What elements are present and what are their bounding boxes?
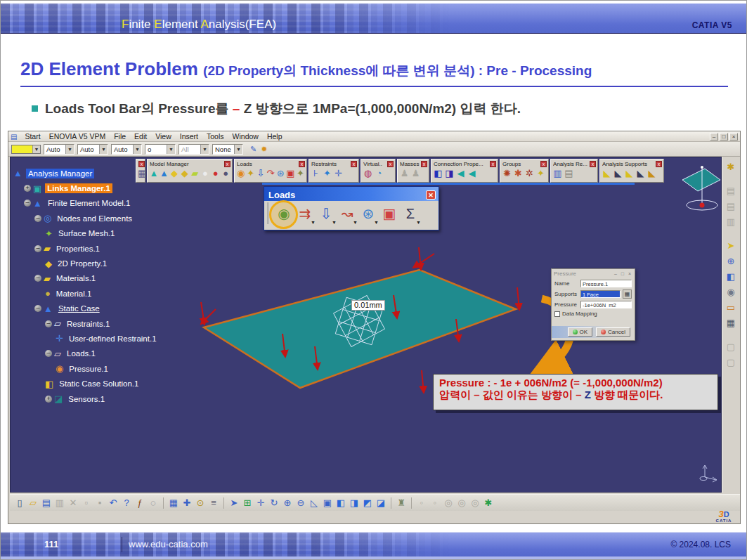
sphere-icon[interactable]: ● (200, 168, 210, 178)
virtual-spring-icon[interactable]: ◔ (374, 168, 384, 178)
bearing-load-icon[interactable]: ⊛▼ (359, 204, 377, 224)
tree-item-static-case[interactable]: –▲Static Case (13, 301, 159, 316)
tree-label[interactable]: 2D Property.1 (56, 259, 109, 268)
save-icon[interactable]: ▤ (41, 497, 52, 509)
bearing-load-icon[interactable]: ⊛ (276, 168, 285, 178)
cut-icon[interactable]: ✕ (67, 497, 79, 509)
tree-label[interactable]: Sensors.1 (66, 394, 107, 404)
footer-url[interactable]: www.edu-catia.com (129, 539, 208, 549)
mesh-quality-icon[interactable]: ✱ (483, 497, 494, 509)
options-dropdown-none-5[interactable]: None▼ (212, 144, 243, 155)
collapse-icon[interactable]: – (34, 305, 41, 312)
name-field[interactable]: Pressure.1 (580, 280, 632, 287)
node-link-icon[interactable]: ✚ (181, 497, 193, 509)
tree-label[interactable]: Nodes and Elements (55, 214, 134, 223)
toolbar-close-icon[interactable]: x (656, 161, 662, 167)
support4-icon[interactable]: ◣ (635, 168, 646, 178)
force-density-icon[interactable]: ▣ (380, 204, 398, 224)
expand-icon[interactable]: + (45, 396, 52, 403)
menu-enovia-v5-vpm[interactable]: ENOVIA V5 VPM (45, 132, 110, 141)
shading-icon[interactable]: ◨ (349, 497, 360, 509)
tree-label[interactable]: Material.1 (54, 289, 94, 299)
rotate-icon[interactable]: ↻ (268, 497, 280, 509)
open-folder-icon[interactable]: ▱ (27, 497, 39, 509)
layer-property-icon[interactable]: ▰ (190, 168, 200, 178)
traffic-light-icon[interactable]: ● (211, 168, 221, 178)
tree-label[interactable]: Pressure.1 (67, 364, 110, 374)
distributed-force-icon[interactable]: ✦ (246, 168, 255, 178)
tree-item-links-manager-1[interactable]: +▣Links Manager.1 (13, 181, 159, 195)
fastened-connection-icon[interactable]: ◀ (455, 168, 466, 178)
force-density-icon[interactable]: ▣ (286, 168, 295, 178)
menu-start[interactable]: Start (20, 132, 44, 141)
tree-item-loads-1[interactable]: –▱Loads.1 (13, 346, 159, 361)
supports-field[interactable]: 1 Face (580, 290, 621, 298)
fit-all-icon[interactable]: ⊞ (242, 497, 253, 509)
toolbar-close-icon[interactable]: x (299, 161, 305, 167)
dropdown-caret-icon[interactable]: ▼ (311, 221, 316, 225)
toolbar-close-icon[interactable]: x (351, 161, 357, 167)
body-group-icon[interactable]: ✦ (535, 168, 546, 178)
data-mapping-checkbox[interactable] (554, 311, 560, 317)
zoom-in-icon[interactable]: ⊕ (282, 497, 293, 509)
point-group-icon[interactable]: ✺ (502, 168, 512, 178)
virtual-part-icon[interactable]: ◍ (363, 168, 373, 178)
annotation-bubble-icon[interactable]: ◌ (148, 497, 159, 509)
group5-icon[interactable]: ◎ (469, 497, 481, 509)
options-dropdown-auto-1[interactable]: Auto▼ (77, 144, 108, 155)
filter-icon[interactable]: ≡ (208, 497, 219, 509)
menu-edit[interactable]: Edit (130, 132, 151, 141)
tree-item-restraints-1[interactable]: –▱Restraints.1 (13, 316, 159, 331)
ok-button[interactable]: OK (568, 327, 593, 337)
help-cursor-icon[interactable]: ? (121, 497, 132, 509)
pressure-icon[interactable]: ◉ (275, 204, 293, 224)
painter-brush-icon[interactable]: ✎ (250, 145, 256, 154)
copy-icon[interactable]: ▫ (81, 497, 92, 509)
lock-icon[interactable]: ⊙ (195, 497, 206, 509)
expand-icon[interactable]: + (24, 185, 31, 192)
menu-insert[interactable]: Insert (176, 132, 202, 141)
box-property-icon[interactable]: ◆ (169, 168, 179, 178)
combined-load-icon[interactable]: Σ▼ (401, 204, 420, 224)
pan-icon[interactable]: ✛ (255, 497, 266, 509)
distributed-force-icon[interactable]: ⇉▼ (296, 204, 314, 224)
tree-label[interactable]: Surface Mesh.1 (56, 228, 117, 238)
clamp-icon[interactable]: ⊦ (311, 168, 321, 178)
tree-item-material-1[interactable]: ●Material.1 (13, 286, 159, 301)
supports-picker-icon[interactable]: ▦ (623, 289, 632, 299)
paste-view-icon[interactable]: ▤ (725, 200, 738, 214)
collapse-icon[interactable]: – (45, 350, 52, 357)
options-dropdown-o-3[interactable]: o▼ (145, 144, 176, 155)
tree-label[interactable]: Loads.1 (65, 349, 98, 358)
collapse-icon[interactable]: – (45, 320, 52, 327)
combined-load-icon[interactable]: ✦ (296, 168, 305, 178)
zoom-area-icon[interactable]: ⊕ (725, 255, 738, 268)
dark-sphere-icon[interactable]: ● (221, 168, 230, 178)
slider-icon[interactable]: ✦ (322, 168, 332, 178)
swap-visible-icon[interactable]: ◪ (375, 497, 387, 509)
quick-view-icon[interactable]: ◧ (335, 497, 346, 509)
dropdown-caret-icon[interactable]: ▼ (332, 221, 337, 225)
collapse-icon[interactable]: – (34, 215, 41, 222)
slider-connection-icon[interactable]: ◧ (433, 168, 443, 178)
group4-icon[interactable]: ◎ (456, 497, 467, 509)
force-icon[interactable]: ⇩ (256, 168, 265, 178)
historic-icon[interactable]: ▤ (564, 168, 574, 178)
toolbar-close-icon[interactable]: x (224, 161, 230, 167)
paste-icon[interactable]: ▪ (94, 497, 105, 509)
print-view-icon[interactable]: ▥ (725, 216, 738, 229)
fx-icon[interactable]: ƒ (134, 497, 145, 509)
toolbar-close-icon[interactable]: x (540, 161, 547, 167)
3d-viewport[interactable]: C...x▦Model Managerx▲▲◆◆▰●●●Loadsx◉✦⇩↷⊛▣… (10, 157, 722, 493)
catalog-icon[interactable]: ♜ (396, 497, 407, 509)
group2-icon[interactable]: ◦ (429, 497, 441, 509)
tree-label[interactable]: Static Case (56, 304, 102, 313)
contact-connection-icon[interactable]: ◨ (444, 168, 455, 178)
multi-view-icon[interactable]: ▣ (322, 497, 333, 509)
frame2-icon[interactable]: ▢ (725, 356, 738, 370)
tree-label[interactable]: Analysis Manager (26, 169, 94, 178)
surface-group-icon[interactable]: ✲ (524, 168, 535, 178)
new-document-icon[interactable]: ▯ (14, 497, 25, 509)
pressure-field[interactable]: -1e+006N_m2 (580, 301, 632, 308)
moment-icon[interactable]: ↝▼ (338, 204, 356, 224)
